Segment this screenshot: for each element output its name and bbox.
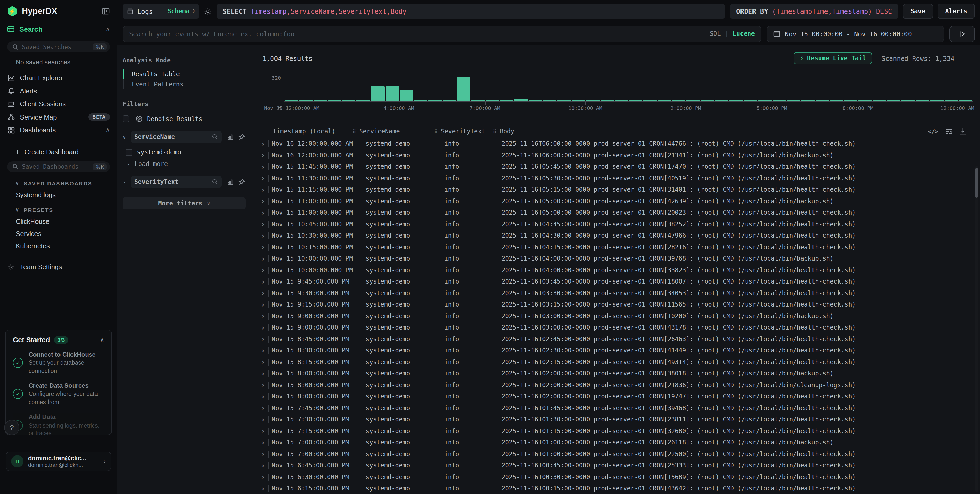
expand-row-icon[interactable]: › [261,301,266,308]
facet-chart-icon[interactable] [227,134,233,140]
sidebar-item-clickhouse[interactable]: ClickHouse [16,217,117,225]
table-row[interactable]: ›Nov 15 7:00:00.000 PMsystemd-demoinfo20… [251,437,980,448]
user-menu[interactable]: D dominic.tran@clic... dominic.tran@clic… [6,452,111,471]
histogram-bar[interactable] [586,100,599,101]
histogram-bar[interactable] [758,100,772,101]
histogram-bar[interactable] [715,100,729,101]
expand-row-icon[interactable]: › [261,244,266,250]
scrollbar-thumb[interactable] [975,168,978,198]
histogram-bar[interactable] [916,100,929,101]
expand-row-icon[interactable]: › [261,290,266,296]
sql-mode-toggle[interactable]: SQL [710,30,721,37]
source-settings-gear-icon[interactable] [204,7,212,15]
expand-row-icon[interactable]: › [261,485,266,492]
expand-row-icon[interactable]: › [261,255,266,262]
table-row[interactable]: ›Nov 15 11:45:00.000 PMsystemd-demoinfo2… [251,161,980,172]
table-row[interactable]: ›Nov 15 9:30:00.000 PMsystemd-demoinfo20… [251,287,980,299]
sidebar-item-team-settings[interactable]: Team Settings [7,263,117,271]
facet-value-checkbox[interactable] [126,149,132,156]
expand-row-icon[interactable]: › [261,175,266,182]
histogram-bar[interactable] [557,100,571,101]
expand-row-icon[interactable]: › [261,336,266,343]
table-row[interactable]: ›Nov 15 11:15:00.000 PMsystemd-demoinfo2… [251,184,980,195]
expand-row-icon[interactable]: › [261,186,266,193]
expand-row-icon[interactable]: › [261,439,266,446]
table-row[interactable]: ›Nov 15 7:15:00.000 PMsystemd-demoinfo20… [251,425,980,437]
histogram-bar[interactable] [844,100,858,101]
table-row[interactable]: ›Nov 15 8:15:00.000 PMsystemd-demoinfo20… [251,356,980,368]
facet-value-label[interactable]: systemd-demo [137,149,181,156]
table-row[interactable]: ›Nov 15 8:30:00.000 PMsystemd-demoinfo20… [251,345,980,356]
histogram-bar[interactable] [686,100,700,101]
histogram-bar[interactable] [629,100,643,101]
table-row[interactable]: ›Nov 15 9:00:00.000 PMsystemd-demoinfo20… [251,322,980,333]
column-header-severitytext[interactable]: ⠿ SeverityText [434,128,493,135]
sidebar-item-systemd-logs[interactable]: Systemd logs [16,191,117,198]
table-row[interactable]: ›Nov 15 6:45:00.000 PMsystemd-demoinfo20… [251,460,980,471]
histogram-bar[interactable] [887,100,900,101]
create-dashboard-button[interactable]: + Create Dashboard [15,147,117,156]
expand-row-icon[interactable]: › [261,462,266,469]
histogram-bar[interactable] [959,100,972,101]
save-button[interactable]: Save [903,3,933,19]
histogram-bar[interactable] [859,100,872,101]
collapse-sidebar-icon[interactable] [102,7,110,15]
expand-row-icon[interactable]: › [261,140,266,147]
expand-row-icon[interactable]: › [261,451,266,457]
expand-row-icon[interactable]: › [261,209,266,216]
table-row[interactable]: ›Nov 16 12:00:00.000 AMsystemd-demoinfo2… [251,150,980,161]
histogram-bar[interactable] [299,100,313,101]
search-input[interactable] [129,30,710,38]
chevron-up-icon[interactable]: ∧ [106,127,110,134]
sidebar-item-client-sessions[interactable]: Client Sessions [0,97,117,111]
expand-row-icon[interactable]: › [261,347,266,354]
download-icon[interactable] [959,127,967,135]
saved-dashboards-input[interactable]: ⌘K [7,161,110,172]
histogram-bar[interactable] [285,100,298,101]
drag-handle-icon[interactable]: ⠿ [352,129,356,134]
histogram-bar[interactable] [615,100,628,101]
sidebar-item-services[interactable]: Services [16,229,117,237]
select-clause-input[interactable]: SELECT Timestamp,ServiceName,SeverityTex… [216,3,725,19]
get-started-step-connect[interactable]: ✓ Connect to ClickHouse Set up your data… [13,351,104,375]
expand-row-icon[interactable]: › [261,394,266,400]
histogram-bar[interactable] [313,100,327,101]
histogram-bar[interactable] [701,100,714,101]
expand-row-icon[interactable]: › [261,416,266,423]
table-row[interactable]: ›Nov 15 8:00:00.000 PMsystemd-demoinfo20… [251,379,980,391]
histogram-bar[interactable] [772,100,786,101]
histogram-bar[interactable] [414,100,427,101]
histogram-bar[interactable] [371,86,384,101]
table-row[interactable]: ›Nov 15 11:30:00.000 PMsystemd-demoinfo2… [251,172,980,184]
presets-section[interactable]: ∨ PRESETS [15,207,117,213]
histogram-bar[interactable] [357,100,370,101]
table-row[interactable]: ›Nov 15 8:00:00.000 PMsystemd-demoinfo20… [251,391,980,402]
table-row[interactable]: ›Nov 15 9:45:00.000 PMsystemd-demoinfo20… [251,276,980,287]
expand-row-icon[interactable]: › [261,382,266,389]
facet-pin-icon[interactable] [239,178,245,185]
expand-row-icon[interactable]: › [261,370,266,377]
histogram-bar[interactable] [428,100,442,101]
expand-row-icon[interactable]: › [261,428,266,435]
facet-search-box[interactable]: ServiceName [131,131,222,143]
histogram-bar[interactable] [328,100,341,101]
facet-search-box[interactable]: SeverityText [131,176,222,188]
expand-row-icon[interactable]: › [261,279,266,285]
more-filters-button[interactable]: More filters ∨ [123,197,246,209]
saved-searches-input[interactable]: ⌘K [7,41,110,52]
sidebar-item-chart-explorer[interactable]: Chart Explorer [0,72,117,84]
drag-handle-icon[interactable]: ⠿ [434,129,438,134]
get-started-step-add-data[interactable]: ✓ Add Data Start sending logs, metrics, … [13,413,104,435]
drag-handle-icon[interactable]: ⠿ [493,129,496,134]
table-row[interactable]: ›Nov 15 9:00:00.000 PMsystemd-demoinfo20… [251,310,980,322]
expand-row-icon[interactable]: › [261,221,266,228]
saved-searches-field[interactable] [22,43,93,50]
table-row[interactable]: ›Nov 15 10:00:00.000 PMsystemd-demoinfo2… [251,265,980,276]
expand-row-icon[interactable]: › [261,164,266,170]
chevron-down-icon[interactable]: ∨ [123,134,131,140]
sidebar-item-alerts[interactable]: Alerts [0,84,117,97]
column-header-servicename[interactable]: ⠿ ServiceName [352,128,434,135]
orderby-input[interactable]: ORDER BY (TimestampTime, Timestamp) DESC [730,3,898,19]
histogram-bar[interactable] [543,100,557,101]
table-row[interactable]: ›Nov 15 8:45:00.000 PMsystemd-demoinfo20… [251,333,980,345]
